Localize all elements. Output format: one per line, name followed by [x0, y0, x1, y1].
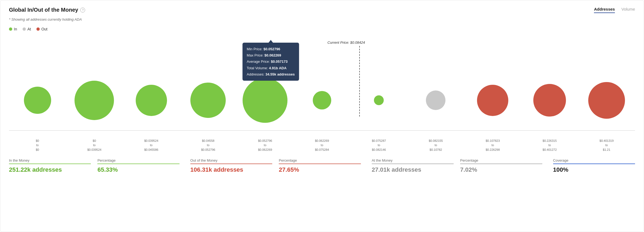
bubble-8 [477, 85, 508, 116]
tab-group: Addresses Volume [594, 7, 635, 13]
bubble-5 [313, 91, 331, 109]
stat-coverage-label: Coverage [553, 158, 635, 162]
stats-row: In the Money 251.22k addresses Percentag… [9, 158, 635, 173]
tooltip-addr: Addresses: 34.55k addresses [247, 71, 295, 77]
stat-out-pct-label: Percentage [279, 158, 361, 162]
x-label-7: $0.082155to$0.10782 [407, 139, 464, 152]
tooltip-max: Max Price: $0.062269 [247, 52, 295, 58]
stat-out-underline [190, 164, 272, 164]
bubble-4 [243, 78, 287, 123]
bubble-2 [136, 85, 167, 116]
legend: In At Out [9, 27, 635, 31]
x-label-5: $0.062269to$0.075284 [293, 139, 350, 152]
x-labels: $0to$0 $0to$0.039524 $0.039524to$0.04558… [9, 139, 635, 152]
bubble-col-1 [66, 81, 123, 120]
stat-out-the-money: Out of the Money 106.31k addresses [190, 158, 272, 173]
tooltip-avg-label: Average Price: [247, 59, 270, 64]
legend-in-label: In [14, 27, 17, 31]
help-icon[interactable]: ? [80, 8, 85, 12]
x-axis-line [9, 130, 635, 131]
stat-at-underline [372, 164, 454, 164]
stat-at-pct-label: Percentage [460, 158, 542, 162]
stat-coverage-value: 100% [553, 166, 635, 173]
bubble-col-8 [464, 85, 521, 116]
page-title: Global In/Out of the Money [9, 7, 78, 13]
stat-in-value: 251.22k addresses [9, 166, 91, 173]
subtitle: * Showing all addresses currently holdin… [9, 17, 635, 21]
legend-out-label: Out [41, 27, 48, 31]
tooltip-addr-label: Addresses: [247, 72, 264, 76]
current-price-line [359, 46, 360, 117]
title-row: Global In/Out of the Money ? [9, 7, 85, 13]
stat-coverage-underline [553, 164, 635, 164]
stat-at-value: 27.01k addresses [372, 166, 454, 173]
x-label-2: $0.039524to$0.045586 [123, 139, 180, 152]
stat-out-pct: Percentage 27.65% [279, 158, 361, 173]
tooltip-min-label: Min Price: [247, 47, 262, 51]
stat-out-label: Out of the Money [190, 158, 272, 162]
x-label-3: $0.04558to$0.052796 [180, 139, 237, 152]
bubble-col-2 [123, 85, 180, 116]
bubble-9 [533, 84, 566, 117]
bubble-10 [588, 82, 625, 119]
stat-in-label: In the Money [9, 158, 91, 162]
bubble-6 [374, 95, 384, 105]
bubble-7 [426, 90, 445, 110]
x-label-8: $0.107823to$0.226298 [464, 139, 521, 152]
tooltip-vol-value: 4.91b ADA [269, 66, 287, 70]
main-container: Global In/Out of the Money ? Addresses V… [0, 0, 644, 232]
out-dot [36, 27, 40, 31]
bubble-col-4: Min Price: $0.052796 Max Price: $0.06226… [237, 78, 293, 123]
x-label-1: $0to$0.039524 [66, 139, 123, 152]
stat-in-the-money: In the Money 251.22k addresses [9, 158, 91, 173]
x-label-4: $0.052796to$0.062269 [237, 139, 293, 152]
bubble-0 [24, 87, 51, 114]
tooltip-vol: Total Volume: 4.91b ADA [247, 65, 295, 71]
bubble-col-3 [180, 83, 237, 118]
x-label-10: $0.401319to$1.21 [578, 139, 635, 152]
bubble-col-6 [351, 95, 407, 105]
bubble-col-9 [521, 84, 578, 117]
bubbles-row: Min Price: $0.052796 Max Price: $0.06226… [9, 70, 635, 130]
tooltip-addr-value: 34.55k addresses [265, 72, 295, 76]
current-price-label: Current Price: $0.08424 [327, 40, 365, 45]
stat-out-pct-underline [279, 164, 361, 164]
legend-at: At [23, 27, 31, 31]
x-label-0: $0to$0 [9, 139, 66, 152]
bubble-col-10 [578, 82, 635, 119]
stat-at-pct: Percentage 7.02% [460, 158, 542, 173]
bubble-col-5 [293, 91, 350, 109]
x-label-9: $0.226315to$0.401272 [521, 139, 578, 152]
stat-in-pct-label: Percentage [97, 158, 179, 162]
x-label-6: $0.075287to$0.082146 [351, 139, 407, 152]
legend-at-label: At [27, 27, 31, 31]
bubble-col-7 [407, 90, 464, 110]
bubble-col-0 [9, 87, 66, 114]
tooltip-max-value: $0.062269 [264, 53, 281, 57]
tab-volume[interactable]: Volume [621, 7, 635, 13]
stat-at-label: At the Money [372, 158, 454, 162]
in-dot [9, 27, 12, 31]
header: Global In/Out of the Money ? Addresses V… [9, 7, 635, 13]
tooltip-arrow [269, 40, 273, 43]
stat-in-pct-underline [97, 164, 179, 164]
tooltip: Min Price: $0.052796 Max Price: $0.06226… [242, 43, 299, 81]
stat-coverage: Coverage 100% [553, 158, 635, 173]
legend-out: Out [36, 27, 48, 31]
tooltip-avg: Average Price: $0.057173 [247, 58, 295, 65]
tooltip-vol-label: Total Volume: [247, 66, 268, 70]
tooltip-min: Min Price: $0.052796 [247, 46, 295, 52]
tooltip-min-value: $0.052796 [264, 47, 280, 51]
bubble-1 [75, 81, 114, 120]
stat-at-pct-underline [460, 164, 542, 164]
stat-in-pct-value: 65.33% [97, 166, 179, 173]
at-dot [23, 27, 26, 31]
tooltip-max-label: Max Price: [247, 53, 263, 57]
chart-area: Current Price: $0.08424 [9, 38, 635, 152]
legend-in: In [9, 27, 17, 31]
stat-out-value: 106.31k addresses [190, 166, 272, 173]
bubble-3 [190, 83, 226, 118]
tab-addresses[interactable]: Addresses [594, 7, 615, 13]
stat-in-pct: Percentage 65.33% [97, 158, 179, 173]
stat-at-the-money: At the Money 27.01k addresses [372, 158, 454, 173]
